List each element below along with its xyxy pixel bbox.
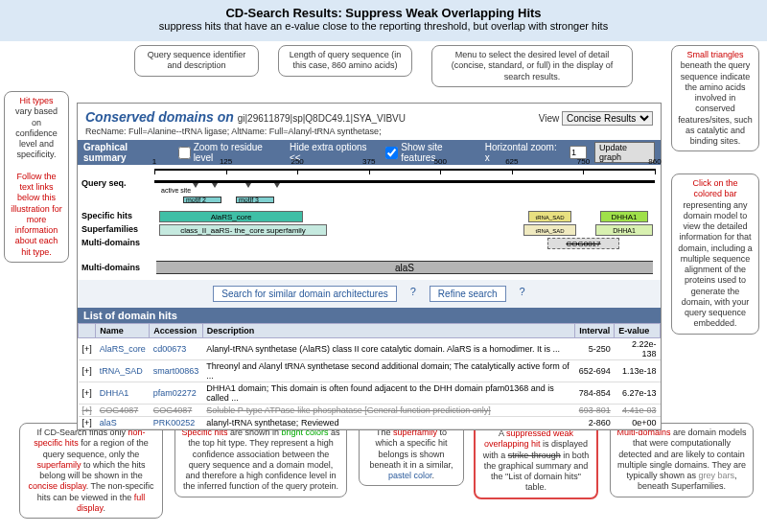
domain-alars[interactable]: AlaRS_core <box>159 211 303 222</box>
table-row[interactable]: [+]DHHA1pfam02272DHHA1 domain; This doma… <box>79 382 661 405</box>
col-name[interactable]: Name <box>96 324 150 338</box>
query-desc: RecName: Full=Alanine--tRNA ligase; AltN… <box>85 127 653 136</box>
annotated-stage: Query sequence identifier and descriptio… <box>0 41 767 520</box>
hit-accession[interactable]: smart00863 <box>150 360 203 382</box>
callout-length: Length of query sequence (in this case, … <box>278 45 412 77</box>
table-row[interactable]: [+]alaSPRK00252alanyl-tRNA synthetase; R… <box>79 417 661 429</box>
hit-interval: 784-854 <box>575 382 615 405</box>
view-select[interactable]: Concise Results <box>562 111 653 126</box>
hit-accession[interactable]: COG4087 <box>150 405 203 417</box>
hit-desc: alanyl-tRNA synthetase; Reviewed <box>202 417 574 429</box>
hit-desc: Soluble P-type ATPase-like phosphatase [… <box>202 405 574 417</box>
hit-name[interactable]: tRNA_SAD <box>96 360 150 382</box>
tick-label: 125 <box>220 157 232 166</box>
row-label-superfam: Superfamilies <box>81 224 138 234</box>
callout-triangles: Small triangles beneath the query sequen… <box>671 45 759 151</box>
hit-evalue: 2.22e-138 <box>615 338 661 360</box>
tick-label: 500 <box>434 157 447 166</box>
hit-interval: 652-694 <box>575 360 615 382</box>
motif-3[interactable]: motif 3 <box>236 197 274 203</box>
domain-dhha1[interactable]: DHHA1 <box>600 211 648 222</box>
page-title: CD-Search Results: Suppress Weak Overlap… <box>0 6 767 20</box>
hit-desc: Alanyl-tRNA synthetase (AlaRS) class II … <box>202 338 574 360</box>
hit-interval: 693-801 <box>575 405 615 417</box>
triangle-icon <box>274 183 280 188</box>
expand-icon[interactable]: [+] <box>79 360 96 382</box>
help-icon[interactable]: ? <box>410 286 416 302</box>
col-acc[interactable]: Accession <box>150 324 203 338</box>
expand-icon[interactable]: [+] <box>79 405 96 417</box>
hit-name[interactable]: COG4087 <box>96 405 150 417</box>
callout-specific: Specific hits are shown in bright colors… <box>174 423 347 497</box>
hit-accession[interactable]: PRK00252 <box>150 417 203 429</box>
expand-icon[interactable]: [+] <box>79 382 96 405</box>
refine-search-button[interactable]: Refine search <box>430 286 506 302</box>
similar-arch-button[interactable]: Search for similar domain architectures <box>213 286 396 302</box>
col-ev[interactable]: E-value <box>615 324 661 338</box>
table-row[interactable]: [+]COG4087COG4087Soluble P-type ATPase-l… <box>79 405 661 417</box>
hit-desc: DHHA1 domain; This domain is often found… <box>202 382 574 405</box>
expand-icon[interactable]: [+] <box>79 338 96 360</box>
callout-query-id: Query sequence identifier and descriptio… <box>134 45 259 77</box>
tick-label: 250 <box>291 157 303 166</box>
tick-label: 625 <box>505 157 518 166</box>
row-label-qseq: Query seq. <box>81 178 127 188</box>
tick-label: 1 <box>152 157 156 166</box>
page-subtitle: suppress hits that have an e-value close… <box>0 20 767 32</box>
query-sequence-bar <box>154 180 655 183</box>
hit-name[interactable]: DHHA1 <box>96 382 150 405</box>
callout-click-bar: Click on the colored bar representing an… <box>671 173 759 335</box>
graphical-summary: 1125250375500625750860 active site motif… <box>78 165 661 280</box>
hit-interval: 5-250 <box>575 338 615 360</box>
domain-multi-alas[interactable]: alaS <box>156 261 653 274</box>
callout-superfamily: The superfamily to which a specific hit … <box>359 423 464 486</box>
hit-name[interactable]: alaS <box>96 417 150 429</box>
list-header: List of domain hits <box>78 308 661 323</box>
callout-suppressed: A suppressed weak overlapping hit is dis… <box>474 423 598 499</box>
panel-title: Conserved domains on <box>85 109 238 125</box>
row-label-multidom2: Multi-domains <box>81 263 140 272</box>
domain-suppressed[interactable]: COG0017 <box>547 238 619 249</box>
results-panel: Conserved domains on gi|29611879|sp|Q8DC… <box>77 103 662 430</box>
hit-accession[interactable]: pfam02272 <box>150 382 203 405</box>
hit-evalue: 6.27e-13 <box>615 382 661 405</box>
motif-label: active site <box>159 188 212 195</box>
table-row[interactable]: [+]AlaRS_corecd00673Alanyl-tRNA syntheta… <box>79 338 661 360</box>
row-label-specific: Specific hits <box>81 211 132 220</box>
domain-trnasad-sf[interactable]: tRNA_SAD <box>523 224 576 236</box>
query-id: gi|29611879|sp|Q8DC49.1|SYA_VIBVU <box>238 113 406 124</box>
col-desc[interactable]: Description <box>202 324 574 338</box>
domain-trnasad[interactable]: tRNA_SAD <box>528 211 571 222</box>
hz-label: Horizontal zoom: x <box>485 142 562 163</box>
tick-label: 375 <box>362 157 375 166</box>
table-row[interactable]: [+]tRNA_SADsmart00863Threonyl and Alanyl… <box>79 360 661 382</box>
hit-interval: 2-860 <box>575 417 615 429</box>
bar-label: Graphical summary <box>83 142 171 163</box>
motif-2[interactable]: motif 2 <box>183 197 221 203</box>
col-int[interactable]: Interval <box>575 324 615 338</box>
domain-dhha1-sf[interactable]: DHHA1 <box>595 224 653 236</box>
domain-hits-table: Name Accession Description Interval E-va… <box>78 323 661 429</box>
domain-sfam[interactable]: class_II_aaRS- the_core superfamily <box>159 224 327 236</box>
hit-desc: Threonyl and Alanyl tRNA synthetase seco… <box>202 360 574 382</box>
hit-evalue: 4.41e-03 <box>615 405 661 417</box>
ruler: 1125250375500625750860 <box>154 169 655 180</box>
hit-evalue: 1.13e-18 <box>615 360 661 382</box>
view-label: View <box>539 113 560 124</box>
update-graph-button[interactable]: Update graph <box>594 142 655 163</box>
callout-menu: Menu to select the desired level of deta… <box>431 45 633 87</box>
tick-label: 860 <box>648 157 661 166</box>
tick-label: 750 <box>577 157 590 166</box>
hit-accession[interactable]: cd00673 <box>150 338 203 360</box>
callout-multidomains: Multi-domains are domain models that wer… <box>610 423 754 497</box>
callout-nonspecific: If CD-Search finds only non-specific hit… <box>19 423 163 519</box>
hit-name[interactable]: AlaRS_core <box>96 338 150 360</box>
site-features-check[interactable]: Show site features <box>385 142 476 163</box>
hit-evalue: 0e+00 <box>615 417 661 429</box>
help-icon[interactable]: ? <box>520 286 525 302</box>
row-label-multidom: Multi-domains <box>81 238 140 247</box>
triangle-icon <box>212 183 218 188</box>
triangle-icon <box>245 183 251 188</box>
expand-icon[interactable]: [+] <box>79 417 96 429</box>
callout-hit-types: Hit types vary based on confidence level… <box>4 91 69 263</box>
